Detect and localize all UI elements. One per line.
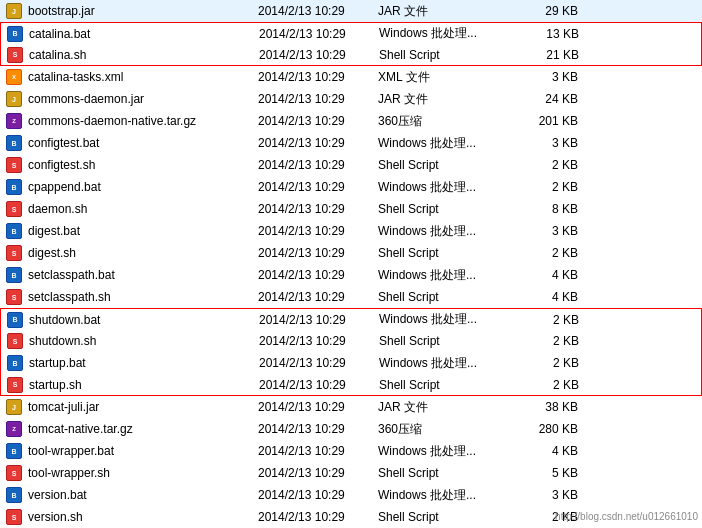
list-item[interactable]: Sshutdown.sh2014/2/13 10:29Shell Script2…: [0, 330, 702, 352]
file-name: digest.bat: [28, 224, 258, 238]
list-item[interactable]: Xcatalina-tasks.xml2014/2/13 10:29XML 文件…: [0, 66, 702, 88]
file-size: 8 KB: [508, 202, 578, 216]
file-size: 3 KB: [508, 70, 578, 84]
list-item[interactable]: Jtomcat-juli.jar2014/2/13 10:29JAR 文件38 …: [0, 396, 702, 418]
file-date: 2014/2/13 10:29: [258, 246, 378, 260]
watermark: http://blog.csdn.net/u012661010: [555, 511, 698, 522]
bat-icon: B: [4, 486, 24, 504]
file-size: 29 KB: [508, 4, 578, 18]
file-list: Jbootstrap.jar2014/2/13 10:29JAR 文件29 KB…: [0, 0, 702, 528]
list-item[interactable]: Ssetclasspath.sh2014/2/13 10:29Shell Scr…: [0, 286, 702, 308]
sh-icon: S: [5, 376, 25, 394]
list-item[interactable]: Jcommons-daemon.jar2014/2/13 10:29JAR 文件…: [0, 88, 702, 110]
bat-icon: B: [4, 178, 24, 196]
list-item[interactable]: Stool-wrapper.sh2014/2/13 10:29Shell Scr…: [0, 462, 702, 484]
sh-icon: S: [4, 200, 24, 218]
file-name: catalina.sh: [29, 48, 259, 62]
file-type: Shell Script: [378, 202, 508, 216]
file-name: digest.sh: [28, 246, 258, 260]
file-name: daemon.sh: [28, 202, 258, 216]
file-name: setclasspath.bat: [28, 268, 258, 282]
list-item[interactable]: Sstartup.sh2014/2/13 10:29Shell Script2 …: [0, 374, 702, 396]
file-type: Windows 批处理...: [378, 135, 508, 152]
list-item[interactable]: Btool-wrapper.bat2014/2/13 10:29Windows …: [0, 440, 702, 462]
bat-icon: B: [4, 222, 24, 240]
sh-icon: S: [5, 46, 25, 64]
file-type: Windows 批处理...: [378, 487, 508, 504]
list-item[interactable]: Zcommons-daemon-native.tar.gz2014/2/13 1…: [0, 110, 702, 132]
file-size: 3 KB: [508, 488, 578, 502]
gz-icon: Z: [4, 112, 24, 130]
file-name: startup.bat: [29, 356, 259, 370]
bat-icon: B: [5, 25, 25, 43]
file-size: 2 KB: [508, 246, 578, 260]
file-type: Shell Script: [379, 334, 509, 348]
file-size: 4 KB: [508, 444, 578, 458]
file-size: 280 KB: [508, 422, 578, 436]
list-item[interactable]: Ztomcat-native.tar.gz2014/2/13 10:29360压…: [0, 418, 702, 440]
sh-icon: S: [4, 288, 24, 306]
list-item[interactable]: Sdigest.sh2014/2/13 10:29Shell Script2 K…: [0, 242, 702, 264]
list-item[interactable]: Bshutdown.bat2014/2/13 10:29Windows 批处理.…: [0, 308, 702, 330]
file-type: Windows 批处理...: [379, 311, 509, 328]
file-size: 38 KB: [508, 400, 578, 414]
file-name: configtest.sh: [28, 158, 258, 172]
list-item[interactable]: Bsetclasspath.bat2014/2/13 10:29Windows …: [0, 264, 702, 286]
jar-icon: J: [4, 90, 24, 108]
file-type: Shell Script: [378, 246, 508, 260]
file-size: 2 KB: [509, 334, 579, 348]
list-item[interactable]: Sdaemon.sh2014/2/13 10:29Shell Script8 K…: [0, 198, 702, 220]
file-type: Windows 批处理...: [379, 355, 509, 372]
file-name: configtest.bat: [28, 136, 258, 150]
file-date: 2014/2/13 10:29: [259, 27, 379, 41]
sh-icon: S: [4, 244, 24, 262]
list-item[interactable]: Scatalina.sh2014/2/13 10:29Shell Script2…: [0, 44, 702, 66]
file-type: XML 文件: [378, 69, 508, 86]
sh-icon: S: [5, 332, 25, 350]
file-date: 2014/2/13 10:29: [258, 290, 378, 304]
file-date: 2014/2/13 10:29: [258, 158, 378, 172]
file-name: bootstrap.jar: [28, 4, 258, 18]
file-size: 2 KB: [509, 356, 579, 370]
file-name: cpappend.bat: [28, 180, 258, 194]
file-date: 2014/2/13 10:29: [259, 48, 379, 62]
sh-icon: S: [4, 156, 24, 174]
file-type: JAR 文件: [378, 399, 508, 416]
sh-icon: S: [4, 508, 24, 526]
bat-icon: B: [4, 442, 24, 460]
file-type: 360压缩: [378, 113, 508, 130]
file-name: catalina.bat: [29, 27, 259, 41]
file-date: 2014/2/13 10:29: [258, 444, 378, 458]
file-size: 21 KB: [509, 48, 579, 62]
list-item[interactable]: Bversion.bat2014/2/13 10:29Windows 批处理..…: [0, 484, 702, 506]
file-name: catalina-tasks.xml: [28, 70, 258, 84]
file-size: 4 KB: [508, 268, 578, 282]
bat-icon: B: [5, 354, 25, 372]
file-size: 5 KB: [508, 466, 578, 480]
file-date: 2014/2/13 10:29: [258, 70, 378, 84]
xml-icon: X: [4, 68, 24, 86]
file-type: JAR 文件: [378, 3, 508, 20]
list-item[interactable]: Bcatalina.bat2014/2/13 10:29Windows 批处理.…: [0, 22, 702, 44]
file-type: Windows 批处理...: [378, 443, 508, 460]
file-type: Shell Script: [379, 48, 509, 62]
list-item[interactable]: Bdigest.bat2014/2/13 10:29Windows 批处理...…: [0, 220, 702, 242]
file-name: setclasspath.sh: [28, 290, 258, 304]
list-item[interactable]: Jbootstrap.jar2014/2/13 10:29JAR 文件29 KB: [0, 0, 702, 22]
file-date: 2014/2/13 10:29: [258, 400, 378, 414]
list-item[interactable]: Bcpappend.bat2014/2/13 10:29Windows 批处理.…: [0, 176, 702, 198]
file-type: Shell Script: [378, 466, 508, 480]
file-name: shutdown.sh: [29, 334, 259, 348]
file-date: 2014/2/13 10:29: [258, 180, 378, 194]
file-name: startup.sh: [29, 378, 259, 392]
list-item[interactable]: Bstartup.bat2014/2/13 10:29Windows 批处理..…: [0, 352, 702, 374]
bat-icon: B: [4, 266, 24, 284]
list-item[interactable]: Sconfigtest.sh2014/2/13 10:29Shell Scrip…: [0, 154, 702, 176]
list-item[interactable]: Bconfigtest.bat2014/2/13 10:29Windows 批处…: [0, 132, 702, 154]
file-type: Shell Script: [378, 290, 508, 304]
bat-icon: B: [5, 311, 25, 329]
file-size: 2 KB: [509, 378, 579, 392]
file-size: 13 KB: [509, 27, 579, 41]
file-size: 3 KB: [508, 136, 578, 150]
file-date: 2014/2/13 10:29: [259, 334, 379, 348]
